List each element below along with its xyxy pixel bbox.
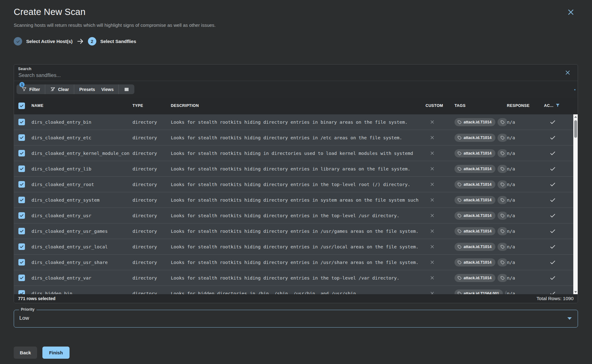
tag-chip[interactable]: attack.id.T1014 — [455, 118, 495, 126]
search-section: Search — [14, 65, 578, 81]
select-all-checkbox[interactable] — [18, 103, 25, 109]
row-checkbox[interactable] — [18, 119, 25, 125]
sandfly-name: dirs_cloaked_entry_etc — [31, 130, 129, 145]
table-row[interactable]: dirs_cloaked_entry_usr directory Looks f… — [14, 208, 578, 223]
table-row[interactable]: dirs_cloaked_entry_var directory Looks f… — [14, 270, 578, 286]
tags-cell: attack.id.T1014 — [455, 161, 507, 176]
tag-chip[interactable]: attack.id.T1564.001 — [455, 290, 503, 295]
table-row[interactable]: dirs_cloaked_entry_system directory Look… — [14, 192, 578, 208]
step1-label[interactable]: Select Active Host(s) — [26, 39, 73, 44]
sandfly-type: directory — [132, 286, 168, 294]
row-checkbox[interactable] — [18, 134, 25, 141]
close-icon[interactable] — [567, 8, 575, 16]
custom-no-icon — [430, 213, 435, 218]
table-row[interactable]: dirs_cloaked_entry_usr_local directory L… — [14, 239, 578, 255]
scroll-down-icon[interactable] — [573, 290, 578, 294]
col-header-active[interactable]: AC... — [544, 103, 553, 108]
columns-button[interactable] — [118, 84, 134, 94]
tag-chip[interactable]: attack.id.T1014 — [455, 196, 495, 204]
table-row[interactable]: dirs_cloaked_entry_bin directory Looks f… — [14, 114, 578, 130]
col-header-name[interactable]: NAME — [31, 103, 43, 108]
tag-chip[interactable]: attack.id.T1014 — [455, 243, 495, 251]
tag-chip-overflow[interactable] — [498, 196, 507, 204]
table-body-rows: dirs_cloaked_entry_bin directory Looks f… — [14, 114, 578, 294]
active-check-icon — [550, 181, 556, 188]
tag-chip-overflow[interactable] — [498, 118, 507, 126]
tag-chip-overflow[interactable] — [498, 180, 507, 189]
response-value: n/a — [507, 270, 538, 285]
table-row[interactable]: dirs_cloaked_entry_root directory Looks … — [14, 177, 578, 192]
table-row[interactable]: dirs_cloaked_entry_usr_games directory L… — [14, 223, 578, 239]
tag-chip[interactable]: attack.id.T1014 — [455, 212, 495, 220]
column-filter-icon[interactable] — [555, 103, 560, 108]
row-checkbox[interactable] — [18, 181, 25, 188]
row-checkbox[interactable] — [18, 275, 25, 281]
row-checkbox[interactable] — [18, 150, 25, 156]
table-toolbar: 1 Filter Clear Presets Views — [14, 81, 578, 98]
sandfly-name: dirs_cloaked_entry_kernel_module_conf — [31, 146, 129, 161]
vertical-scrollbar[interactable] — [573, 114, 578, 294]
scroll-up-icon[interactable] — [573, 114, 578, 119]
row-checkbox[interactable] — [18, 228, 25, 234]
priority-select[interactable]: Priority Low — [14, 310, 578, 328]
tag-chip-overflow[interactable] — [498, 227, 507, 235]
tag-chip-overflow[interactable] — [498, 258, 507, 266]
row-checkbox[interactable] — [18, 243, 25, 250]
tag-chip[interactable]: attack.id.T1014 — [455, 227, 495, 235]
step1-complete-check-icon[interactable] — [14, 37, 22, 46]
tag-chip-overflow[interactable] — [498, 134, 507, 142]
search-clear-icon[interactable] — [565, 69, 571, 76]
filter-button[interactable]: 1 Filter — [17, 84, 45, 94]
scrollbar-thumb[interactable] — [574, 120, 577, 138]
finish-button[interactable]: Finish — [42, 347, 70, 359]
table-row[interactable]: dirs_hidden_bin directory Looks for hidd… — [14, 286, 578, 294]
step2-label[interactable]: Select Sandflies — [100, 39, 136, 44]
tag-icon — [457, 120, 462, 124]
response-value: n/a — [507, 255, 538, 270]
tag-chip-overflow[interactable] — [498, 212, 507, 220]
row-checkbox[interactable] — [18, 165, 25, 172]
tag-label: attack.id.T1014 — [464, 245, 492, 249]
tag-chip[interactable]: attack.id.T1014 — [455, 258, 495, 266]
custom-cell — [429, 114, 436, 130]
active-cell — [549, 130, 556, 145]
views-button[interactable]: Views — [96, 84, 118, 94]
row-checkbox[interactable] — [18, 290, 25, 294]
custom-cell — [429, 208, 436, 223]
tag-chip-overflow[interactable] — [498, 274, 507, 282]
active-cell — [549, 146, 556, 161]
tag-chip[interactable]: attack.id.T1014 — [455, 165, 495, 173]
tag-chip[interactable]: attack.id.T1014 — [455, 180, 495, 189]
col-header-description[interactable]: DESCRIPTION — [171, 103, 199, 108]
row-checkbox[interactable] — [18, 212, 25, 219]
step2-number-badge[interactable]: 2 — [88, 37, 96, 46]
tag-icon — [457, 291, 462, 295]
table-row[interactable]: dirs_cloaked_entry_kernel_module_conf di… — [14, 146, 578, 161]
col-header-response[interactable]: RESPONSE — [507, 103, 530, 108]
back-button[interactable]: Back — [14, 347, 37, 359]
tag-chip-overflow[interactable] — [498, 165, 507, 173]
row-checkbox[interactable] — [18, 197, 25, 203]
tag-chip[interactable]: attack.id.T1014 — [455, 149, 495, 157]
sandfly-type: directory — [132, 270, 168, 285]
response-value: n/a — [507, 223, 538, 239]
col-header-custom[interactable]: CUSTOM — [426, 103, 443, 108]
tag-chip-overflow[interactable] — [498, 243, 507, 251]
clear-button[interactable]: Clear — [45, 84, 74, 94]
tag-chip[interactable]: attack.id.T1014 — [455, 274, 495, 282]
tag-chip-overflow[interactable] — [505, 290, 507, 295]
tag-chip[interactable]: attack.id.T1014 — [455, 134, 495, 142]
search-input[interactable] — [18, 72, 487, 79]
sandfly-description: Looks for stealth rootkits hiding direct… — [171, 239, 420, 254]
active-check-icon — [550, 259, 556, 266]
table-row[interactable]: dirs_cloaked_entry_lib directory Looks f… — [14, 161, 578, 177]
row-checkbox[interactable] — [18, 259, 25, 266]
table-row[interactable]: dirs_cloaked_entry_etc directory Looks f… — [14, 130, 578, 146]
col-header-tags[interactable]: TAGS — [455, 103, 465, 108]
col-header-type[interactable]: TYPE — [132, 103, 143, 108]
tag-chip-overflow[interactable] — [498, 149, 507, 157]
active-cell — [549, 239, 556, 254]
toolbar-dot — [574, 89, 575, 90]
table-row[interactable]: dirs_cloaked_entry_usr_share directory L… — [14, 255, 578, 270]
tag-icon — [500, 182, 505, 187]
